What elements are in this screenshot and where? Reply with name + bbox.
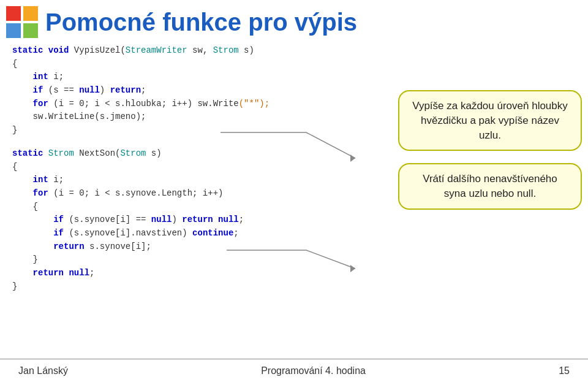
header: Pomocné funkce pro výpis bbox=[0, 0, 588, 41]
footer: Jan Lánský Programování 4. hodina 15 bbox=[0, 359, 588, 382]
footer-course: Programování 4. hodina bbox=[261, 365, 366, 376]
logo-icon bbox=[6, 6, 38, 38]
svg-rect-3 bbox=[23, 23, 38, 38]
footer-author: Jan Lánský bbox=[18, 365, 68, 376]
footer-page: 15 bbox=[559, 365, 570, 376]
svg-rect-0 bbox=[6, 6, 21, 21]
svg-rect-1 bbox=[23, 6, 38, 21]
callout-bubble-1: Vypíše za každou úroveň hloubky hvězdičk… bbox=[398, 90, 582, 151]
svg-rect-2 bbox=[6, 23, 21, 38]
code-block: static void VypisUzel(StreamWriter sw, S… bbox=[6, 41, 325, 348]
callouts-container: Vypíše za každou úroveň hloubky hvězdičk… bbox=[398, 90, 582, 210]
callout-bubble-2: Vrátí dalšího nenavštíveného syna uzlu n… bbox=[398, 163, 582, 210]
content-area: static void VypisUzel(StreamWriter sw, S… bbox=[0, 41, 588, 348]
page-title: Pomocné funkce pro výpis bbox=[45, 9, 357, 36]
